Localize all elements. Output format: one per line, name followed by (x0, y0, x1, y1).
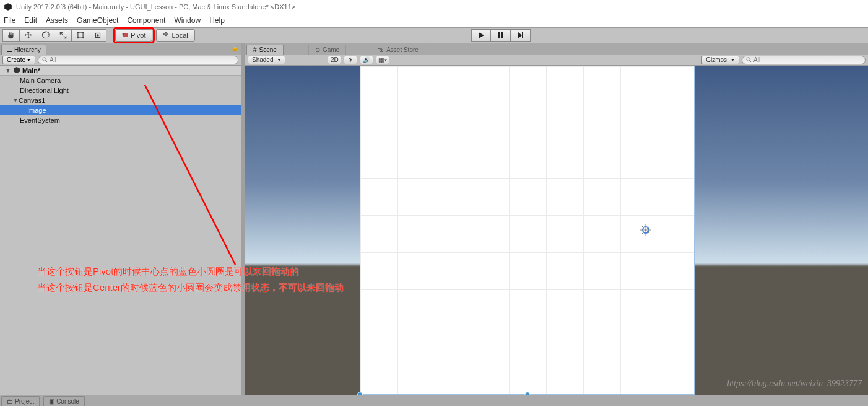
svg-marker-13 (518, 32, 522, 38)
scene-viewport[interactable] (245, 66, 868, 395)
panel-lock-icon[interactable]: 🔓 (231, 45, 238, 51)
menu-file[interactable]: File (4, 16, 15, 25)
console-tab[interactable]: ▣Console (43, 396, 85, 406)
rotate-tool-button[interactable] (37, 29, 54, 42)
scene-tab-bar: #Scene ⊙Game 🛍Asset Store (245, 43, 868, 55)
gizmos-label: Gizmos (706, 56, 727, 63)
hierarchy-tab-label: Hierarchy (14, 46, 41, 53)
rect-tool-button[interactable] (72, 29, 89, 42)
menu-help[interactable]: Help (209, 16, 225, 25)
scene-search-placeholder: All (753, 56, 760, 63)
image-icon: ▦ (378, 56, 384, 63)
scene-name-label: Main* (22, 67, 40, 74)
unity-scene-icon (13, 66, 20, 75)
audio-toggle-button[interactable]: 🔊 (360, 56, 373, 64)
chevron-down-icon: ▼ (384, 58, 388, 62)
move-tool-button[interactable] (20, 29, 37, 42)
folder-icon: 🗀 (7, 398, 13, 405)
play-controls (471, 29, 531, 42)
svg-marker-10 (479, 32, 484, 38)
hierarchy-item-label: Canvas1 (19, 97, 45, 104)
svg-rect-1 (77, 33, 82, 38)
create-dropdown[interactable]: Create▼ (2, 56, 35, 64)
local-icon (163, 32, 169, 39)
svg-line-16 (45, 60, 47, 62)
pivot-toggle-button[interactable]: Pivot (115, 29, 152, 42)
hierarchy-item-canvas1[interactable]: ▼Canvas1 (0, 95, 241, 105)
play-button[interactable] (471, 29, 491, 42)
search-icon (42, 57, 48, 63)
selection-handle-bc[interactable] (524, 392, 530, 395)
hierarchy-item-label: Main Camera (20, 77, 61, 84)
local-label: Local (171, 32, 188, 39)
console-icon: ▣ (49, 398, 54, 405)
game-tab-label: Game (323, 46, 339, 53)
hand-tool-button[interactable] (2, 29, 20, 42)
svg-point-2 (77, 32, 78, 33)
svg-point-7 (97, 34, 99, 37)
hierarchy-panel: ☰ Hierarchy 🔓 Create▼ All ▼Main* Main Ca… (0, 43, 241, 395)
hierarchy-tree: ▼Main* Main Camera Directional Light ▼Ca… (0, 66, 241, 395)
create-label: Create (7, 56, 25, 63)
console-tab-label: Console (56, 398, 79, 405)
hierarchy-item-image[interactable]: Image (0, 105, 241, 115)
2d-toggle-button[interactable]: 2D (328, 56, 341, 64)
transform-tool-group (2, 29, 106, 42)
scene-toolbar: Shaded▼ 2D ☀ 🔊 ▦▼ Gizmos▼ All (245, 55, 868, 66)
hierarchy-item-eventsystem[interactable]: EventSystem (0, 115, 241, 125)
selection-handle-bl[interactable] (357, 392, 363, 395)
hierarchy-item-label: Directional Light (20, 87, 69, 94)
chevron-down-icon: ▼ (277, 58, 281, 62)
chevron-down-icon: ▼ (731, 58, 735, 62)
step-button[interactable] (511, 29, 531, 42)
svg-line-19 (749, 60, 751, 62)
main-toolbar: Pivot Local (0, 27, 868, 43)
unity-logo-icon (4, 2, 12, 11)
asset-store-icon: 🛍 (378, 46, 384, 53)
menu-component[interactable]: Component (127, 16, 165, 25)
hierarchy-search-placeholder: All (50, 56, 56, 63)
hierarchy-item-label: EventSystem (20, 117, 60, 124)
scene-search-input[interactable]: All (742, 56, 866, 64)
chevron-down-icon: ▼ (27, 58, 31, 62)
canvas-rect[interactable] (360, 66, 695, 395)
scene-tab[interactable]: #Scene (246, 45, 284, 55)
speaker-icon: 🔊 (363, 56, 370, 63)
pivot-gizmo[interactable] (640, 224, 651, 236)
fx-dropdown[interactable]: ▦▼ (376, 56, 389, 64)
asset-store-tab[interactable]: 🛍Asset Store (371, 45, 425, 55)
expand-icon[interactable]: ▼ (5, 68, 11, 74)
hierarchy-icon: ☰ (7, 46, 12, 53)
hierarchy-scene-row[interactable]: ▼Main* (0, 66, 241, 76)
svg-marker-17 (14, 67, 20, 73)
scale-tool-button[interactable] (54, 29, 72, 42)
pivot-icon (122, 32, 128, 39)
gizmos-dropdown[interactable]: Gizmos▼ (701, 56, 739, 64)
menu-gameobject[interactable]: GameObject (77, 16, 118, 25)
lighting-toggle-button[interactable]: ☀ (344, 56, 357, 64)
svg-rect-12 (501, 32, 503, 38)
project-tab[interactable]: 🗀Project (1, 396, 40, 406)
hierarchy-item-main-camera[interactable]: Main Camera (0, 76, 241, 86)
menu-assets[interactable]: Assets (46, 16, 68, 25)
menu-window[interactable]: Window (174, 16, 201, 25)
pause-button[interactable] (491, 29, 511, 42)
svg-point-4 (77, 37, 78, 38)
window-title: Unity 2017.2.0f3 (64bit) - Main.unity - … (16, 3, 295, 11)
draw-mode-dropdown[interactable]: Shaded▼ (248, 56, 285, 64)
window-titlebar: Unity 2017.2.0f3 (64bit) - Main.unity - … (0, 0, 868, 14)
transform-tool-button[interactable] (89, 29, 106, 42)
game-tab[interactable]: ⊙Game (308, 45, 346, 55)
hierarchy-item-label: Image (27, 107, 46, 114)
draw-mode-label: Shaded (252, 56, 273, 63)
game-icon: ⊙ (315, 46, 320, 53)
hierarchy-item-directional-light[interactable]: Directional Light (0, 86, 241, 95)
hierarchy-search-input[interactable]: All (38, 56, 238, 64)
2d-label: 2D (331, 56, 339, 63)
menu-edit[interactable]: Edit (24, 16, 37, 25)
svg-point-3 (82, 32, 83, 33)
viewport-background-right (695, 66, 868, 395)
expand-icon[interactable]: ▼ (12, 97, 19, 104)
hierarchy-tab[interactable]: ☰ Hierarchy (1, 45, 46, 55)
local-toggle-button[interactable]: Local (156, 29, 194, 42)
